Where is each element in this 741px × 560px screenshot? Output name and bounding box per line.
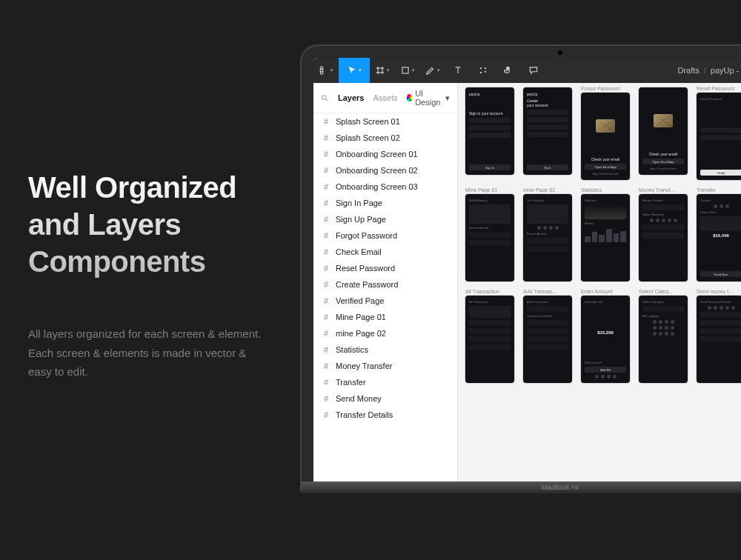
layer-label: Mine Page 01 bbox=[336, 313, 386, 321]
headline-line: Well Organized bbox=[28, 171, 236, 204]
svg-rect-3 bbox=[402, 67, 408, 73]
artboard[interactable]: Forgot Password Check your email Open Em… bbox=[581, 86, 630, 180]
envelope-icon bbox=[596, 119, 615, 133]
chevron-down-icon: ▾ bbox=[412, 67, 415, 73]
headline-line: and Layers bbox=[28, 208, 181, 241]
tab-assets[interactable]: Assets bbox=[373, 93, 397, 102]
camera-notch bbox=[558, 50, 562, 55]
artboard[interactable]: Send money t... Send Money to Friends bbox=[697, 289, 741, 383]
frame-icon: # bbox=[322, 345, 330, 354]
artboard[interactable]: Transfer Transfer Select Card $16,456 Se… bbox=[697, 187, 741, 281]
page-color-icon bbox=[407, 94, 413, 101]
search-icon[interactable] bbox=[321, 94, 329, 102]
layer-item[interactable]: #Forgot Password bbox=[313, 227, 457, 244]
layer-label: Money Transfer bbox=[336, 361, 392, 370]
artboard[interactable]: payUp Createyour account Back bbox=[523, 86, 572, 180]
layer-item[interactable]: #Splash Screen 02 bbox=[313, 130, 457, 146]
layer-label: Send Money bbox=[336, 394, 382, 403]
artboard[interactable]: Enter Amount Enter Amount $10,200 What's… bbox=[581, 289, 630, 383]
frame-icon: # bbox=[322, 378, 330, 387]
frame-icon: # bbox=[322, 150, 330, 159]
breadcrumb-root[interactable]: Drafts bbox=[677, 66, 699, 75]
laptop-bezel: ▾ ▾ ▾ ▾ ▾ bbox=[300, 44, 741, 481]
frame-icon: # bbox=[322, 166, 330, 175]
artboard-row: payUp Sign in your account Sign In payUp bbox=[465, 86, 741, 180]
artboard[interactable]: Check your email Open Email App skip, I'… bbox=[639, 86, 688, 180]
layer-item[interactable]: #Transfer Details bbox=[313, 407, 457, 423]
design-canvas[interactable]: payUp Sign in your account Sign In payUp bbox=[458, 83, 741, 481]
menu-button[interactable]: ▾ bbox=[313, 58, 339, 83]
artboard-row: Mine Page 01 Hello Mooney Recent Activit… bbox=[465, 187, 741, 281]
artboard-label: All Transaction bbox=[465, 289, 514, 294]
artboard[interactable]: Add Transac... Add Transaction Transacti… bbox=[523, 289, 572, 383]
artboard[interactable]: Reset Password Reset Password Verify bbox=[697, 86, 741, 180]
pen-tool[interactable]: ▾ bbox=[420, 58, 445, 83]
resources-tool[interactable] bbox=[471, 58, 496, 83]
hand-tool[interactable] bbox=[496, 58, 521, 83]
breadcrumb[interactable]: Drafts / payUp - Finance Mobile App bbox=[677, 66, 741, 75]
layer-item[interactable]: #Splash Screen 01 bbox=[313, 113, 457, 130]
artboard-label: mine Page 02 bbox=[523, 187, 572, 193]
artboard[interactable]: Money Transf... Money Transfer Select Re… bbox=[639, 187, 688, 281]
layer-item[interactable]: #Sign Up Page bbox=[313, 211, 457, 227]
tab-layers[interactable]: Layers bbox=[338, 93, 364, 102]
layer-label: Splash Screen 02 bbox=[336, 133, 400, 142]
comment-tool[interactable] bbox=[521, 58, 546, 83]
frame-icon: # bbox=[322, 247, 330, 256]
layer-label: mine Page 02 bbox=[336, 329, 386, 338]
chevron-down-icon: ▾ bbox=[445, 93, 450, 103]
frame-icon: # bbox=[322, 231, 330, 240]
frame-icon: # bbox=[322, 313, 330, 321]
artboard-label: Statistics bbox=[581, 187, 630, 193]
artboard[interactable]: Mine Page 01 Hello Mooney Recent Activit… bbox=[465, 187, 514, 281]
shape-tool[interactable]: ▾ bbox=[395, 58, 420, 83]
layer-item[interactable]: #Send Money bbox=[313, 390, 457, 407]
text-tool[interactable] bbox=[445, 58, 471, 83]
artboard-label: Send money t... bbox=[697, 289, 741, 294]
frame-tool[interactable]: ▾ bbox=[370, 58, 395, 83]
layer-label: Check Email bbox=[336, 247, 382, 256]
artboard-label: Reset Password bbox=[697, 86, 741, 91]
layer-item[interactable]: #Create Password bbox=[313, 276, 457, 293]
layer-item[interactable]: #Statistics bbox=[313, 341, 457, 358]
marketing-copy: Well Organized and Layers Components All… bbox=[28, 169, 273, 381]
layer-item[interactable]: #Mine Page 01 bbox=[313, 309, 457, 325]
frame-icon: # bbox=[322, 215, 330, 224]
layer-item[interactable]: #mine Page 02 bbox=[313, 325, 457, 341]
artboard-label: Select Categ... bbox=[639, 289, 688, 294]
svg-point-4 bbox=[480, 67, 482, 69]
breadcrumb-separator: / bbox=[704, 66, 706, 75]
artboard[interactable]: payUp Sign in your account Sign In bbox=[465, 86, 514, 180]
frame-icon: # bbox=[322, 394, 330, 403]
layer-item[interactable]: #Check Email bbox=[313, 244, 457, 260]
layer-label: Onboarding Screen 03 bbox=[336, 182, 418, 191]
layer-item[interactable]: #Onboarding Screen 01 bbox=[313, 146, 457, 162]
device-label: MacBook Air bbox=[542, 484, 579, 491]
layer-item[interactable]: #Sign In Page bbox=[313, 195, 457, 211]
artboard[interactable]: mine Page 02 Your Balance Recent Activit… bbox=[523, 187, 572, 281]
layer-item[interactable]: #Onboarding Screen 02 bbox=[313, 162, 457, 179]
page-selector[interactable]: UI Design ▾ bbox=[407, 89, 451, 107]
frame-icon: # bbox=[322, 296, 330, 305]
breadcrumb-file[interactable]: payUp - Finance Mobile App bbox=[711, 66, 741, 75]
layer-item[interactable]: #Transfer bbox=[313, 374, 457, 390]
frame-icon: # bbox=[322, 199, 330, 207]
artboard[interactable]: Statistics Statistics History bbox=[581, 187, 630, 281]
move-tool[interactable]: ▾ bbox=[339, 58, 370, 83]
envelope-icon bbox=[654, 114, 673, 127]
layer-item[interactable]: #Onboarding Screen 03 bbox=[313, 179, 457, 195]
artboard[interactable]: Select Categ... Select Category All Cate… bbox=[639, 289, 688, 383]
layer-label: Transfer bbox=[336, 378, 366, 387]
layer-item[interactable]: #Money Transfer bbox=[313, 358, 457, 374]
layer-label: Verified Page bbox=[336, 296, 384, 305]
layer-item[interactable]: #Reset Password bbox=[313, 260, 457, 276]
artboard-label: Forgot Password bbox=[581, 86, 630, 91]
artboard[interactable]: All Transaction All Transaction bbox=[465, 289, 514, 383]
app-screen: ▾ ▾ ▾ ▾ ▾ bbox=[313, 58, 741, 481]
body-text: All layers organized for each screen & e… bbox=[28, 324, 273, 381]
layer-item[interactable]: #Verified Page bbox=[313, 293, 457, 309]
layer-label: Sign Up Page bbox=[336, 215, 386, 224]
artboard-label: Money Transf... bbox=[639, 187, 688, 193]
svg-point-6 bbox=[480, 72, 482, 73]
artboard-label: Add Transac... bbox=[523, 289, 572, 294]
